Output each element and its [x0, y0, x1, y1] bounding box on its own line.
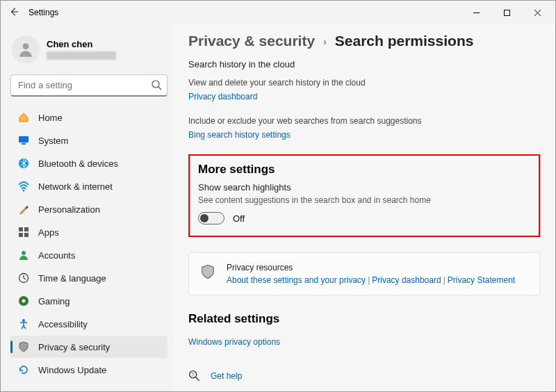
minimize-button[interactable] — [461, 2, 491, 23]
link-label: Get help — [211, 371, 242, 381]
system-icon — [17, 134, 30, 147]
about-settings-link[interactable]: About these settings and your privacy — [227, 275, 366, 285]
section-heading: Search history in the cloud — [188, 59, 540, 70]
sidebar-item-label: System — [38, 136, 68, 146]
back-button[interactable] — [3, 7, 24, 19]
sidebar-item-label: Gaming — [38, 296, 70, 307]
time-icon — [17, 272, 30, 284]
sidebar-item-home[interactable]: Home — [10, 106, 167, 129]
sidebar-item-gaming[interactable]: Gaming — [10, 290, 167, 312]
close-button[interactable] — [522, 2, 553, 23]
privacy-statement-link[interactable]: Privacy Statement — [448, 275, 515, 285]
sidebar-item-label: Home — [38, 113, 63, 123]
bing-history-link[interactable]: Bing search history settings — [188, 130, 291, 140]
svg-rect-9 — [19, 233, 23, 237]
sidebar-item-label: Accounts — [38, 250, 75, 261]
get-help-link[interactable]: ? Get help — [188, 370, 540, 382]
svg-text:?: ? — [192, 372, 195, 377]
page-title: Search permissions — [335, 33, 474, 49]
section-desc: View and delete your search history in t… — [188, 78, 540, 88]
search-highlights-toggle[interactable] — [198, 212, 224, 224]
chevron-right-icon: › — [323, 35, 327, 47]
windows-privacy-options-link[interactable]: Windows privacy options — [188, 337, 280, 347]
titlebar: Settings — [1, 1, 555, 24]
svg-point-14 — [22, 319, 25, 322]
sidebar-item-label: Personalization — [38, 204, 100, 215]
main-content: Privacy & security › Search permissions … — [173, 24, 555, 391]
accessibility-icon — [17, 318, 30, 330]
search-input[interactable] — [10, 74, 167, 97]
profile-email — [47, 51, 116, 60]
sidebar-item-privacy[interactable]: Privacy & security — [10, 336, 167, 358]
cloud-history-section: Search history in the cloud View and del… — [188, 59, 540, 102]
svg-rect-0 — [504, 10, 509, 15]
sidebar-item-update[interactable]: Windows Update — [10, 359, 167, 381]
more-settings-highlight: More settings Show search highlights See… — [188, 154, 540, 237]
sidebar-item-apps[interactable]: Apps — [10, 221, 167, 243]
more-settings-heading: More settings — [198, 163, 530, 177]
search-icon — [151, 79, 162, 90]
bing-history-section: Include or exclude your web searches fro… — [188, 116, 540, 140]
svg-point-1 — [23, 43, 29, 49]
related-settings-heading: Related settings — [188, 312, 540, 326]
feedback-icon — [188, 391, 201, 391]
bluetooth-icon — [17, 157, 30, 170]
sidebar-item-label: Bluetooth & devices — [38, 158, 118, 169]
toggle-state-label: Off — [233, 213, 245, 224]
gaming-icon — [17, 295, 30, 307]
privacy-dashboard-link[interactable]: Privacy dashboard — [372, 275, 441, 285]
sidebar-item-time[interactable]: Time & language — [10, 267, 167, 289]
sidebar-item-bluetooth[interactable]: Bluetooth & devices — [10, 152, 167, 174]
sidebar-item-label: Windows Update — [38, 365, 106, 375]
help-icon: ? — [188, 370, 201, 382]
shield-icon — [200, 264, 215, 279]
svg-rect-4 — [22, 143, 26, 145]
apps-icon — [17, 226, 30, 238]
personalization-icon — [17, 203, 30, 215]
breadcrumb: Privacy & security › Search permissions — [188, 33, 540, 49]
home-icon — [17, 111, 30, 124]
breadcrumb-parent[interactable]: Privacy & security — [188, 33, 315, 49]
svg-rect-10 — [24, 233, 28, 237]
svg-rect-7 — [19, 227, 23, 231]
svg-rect-8 — [24, 227, 28, 231]
svg-rect-3 — [19, 136, 28, 142]
sidebar-item-label: Network & internet — [38, 181, 113, 192]
maximize-button[interactable] — [491, 2, 522, 23]
toggle-title: Show search highlights — [198, 182, 530, 193]
toggle-desc: See content suggestions in the search bo… — [198, 195, 530, 205]
sidebar-item-personalization[interactable]: Personalization — [10, 198, 167, 220]
sidebar-item-accessibility[interactable]: Accessibility — [10, 313, 167, 335]
sidebar-item-accounts[interactable]: Accounts — [10, 244, 167, 266]
window-title: Settings — [28, 8, 58, 17]
sidebar-item-network[interactable]: Network & internet — [10, 175, 167, 197]
search-box[interactable] — [10, 74, 167, 97]
sidebar-item-label: Apps — [38, 227, 59, 238]
privacy-resources-card: Privacy resources About these settings a… — [188, 252, 540, 295]
update-icon — [17, 364, 30, 376]
privacy-dashboard-link[interactable]: Privacy dashboard — [188, 92, 257, 101]
sidebar-item-label: Time & language — [38, 273, 106, 284]
give-feedback-link[interactable]: Give feedback — [188, 391, 540, 391]
sidebar-item-label: Accessibility — [38, 319, 88, 329]
section-desc: Include or exclude your web searches fro… — [188, 116, 540, 126]
sidebar: Chen chen Home System Bluetooth & device… — [1, 24, 173, 391]
profile-name: Chen chen — [47, 39, 116, 49]
profile-header[interactable]: Chen chen — [10, 31, 167, 73]
sidebar-item-system[interactable]: System — [10, 129, 167, 152]
accounts-icon — [17, 249, 30, 261]
card-title: Privacy resources — [227, 263, 515, 272]
network-icon — [17, 180, 30, 193]
avatar — [12, 35, 40, 63]
shield-icon — [17, 341, 30, 353]
svg-point-11 — [22, 251, 26, 255]
svg-point-6 — [23, 190, 25, 192]
nav-list: Home System Bluetooth & devices Network … — [10, 106, 167, 381]
svg-point-2 — [152, 81, 159, 88]
sidebar-item-label: Privacy & security — [38, 342, 110, 352]
